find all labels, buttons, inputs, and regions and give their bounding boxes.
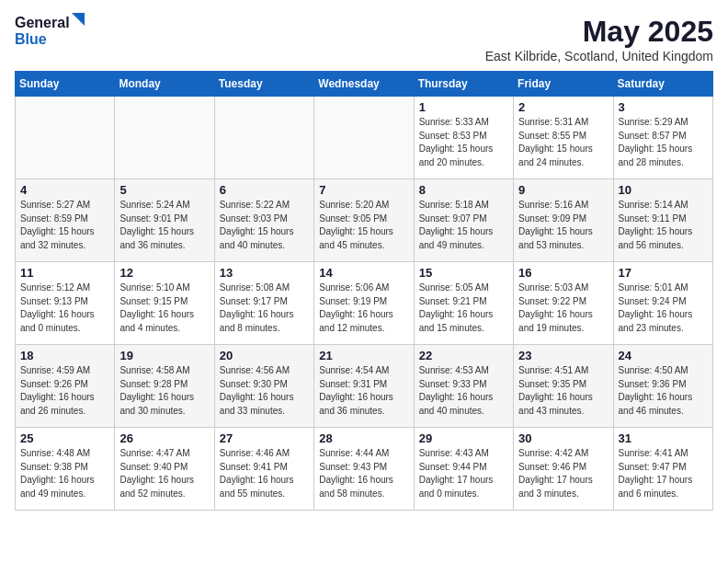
calendar-cell: 28Sunrise: 4:44 AM Sunset: 9:43 PM Dayli…	[314, 428, 414, 511]
day-number: 11	[20, 266, 109, 280]
day-info: Sunrise: 5:06 AM Sunset: 9:19 PM Dayligh…	[319, 282, 408, 335]
day-info: Sunrise: 5:31 AM Sunset: 8:55 PM Dayligh…	[518, 116, 608, 169]
day-info: Sunrise: 4:50 AM Sunset: 9:36 PM Dayligh…	[619, 364, 708, 418]
day-number: 1	[419, 100, 508, 114]
logo-triangle-icon	[72, 13, 85, 26]
day-info: Sunrise: 5:29 AM Sunset: 8:57 PM Dayligh…	[619, 116, 708, 169]
day-info: Sunrise: 5:12 AM Sunset: 9:13 PM Dayligh…	[20, 282, 109, 335]
calendar-cell: 10Sunrise: 5:14 AM Sunset: 9:11 PM Dayli…	[613, 179, 712, 262]
day-number: 17	[619, 266, 708, 280]
day-number: 20	[220, 349, 309, 362]
day-info: Sunrise: 4:54 AM Sunset: 9:31 PM Dayligh…	[319, 364, 408, 418]
day-number: 3	[619, 100, 708, 114]
day-number: 6	[220, 183, 309, 197]
day-number: 5	[119, 183, 209, 197]
calendar-cell: 26Sunrise: 4:47 AM Sunset: 9:40 PM Dayli…	[115, 428, 214, 511]
day-info: Sunrise: 5:33 AM Sunset: 8:53 PM Dayligh…	[419, 116, 508, 169]
day-info: Sunrise: 4:59 AM Sunset: 9:26 PM Dayligh…	[20, 364, 109, 418]
calendar-cell: 12Sunrise: 5:10 AM Sunset: 9:15 PM Dayli…	[115, 262, 214, 345]
day-number: 28	[319, 431, 408, 445]
day-number: 7	[319, 183, 408, 197]
calendar-cell	[314, 97, 414, 179]
column-header-monday: Monday	[115, 72, 214, 97]
day-number: 21	[319, 349, 408, 362]
day-number: 27	[220, 431, 309, 445]
day-info: Sunrise: 5:22 AM Sunset: 9:03 PM Dayligh…	[220, 199, 309, 252]
calendar-week-row: 18Sunrise: 4:59 AM Sunset: 9:26 PM Dayli…	[16, 345, 713, 428]
day-number: 23	[518, 349, 608, 362]
day-info: Sunrise: 5:16 AM Sunset: 9:09 PM Dayligh…	[518, 199, 608, 252]
calendar-cell: 21Sunrise: 4:54 AM Sunset: 9:31 PM Dayli…	[314, 345, 414, 428]
calendar-cell: 20Sunrise: 4:56 AM Sunset: 9:30 PM Dayli…	[214, 345, 313, 428]
day-info: Sunrise: 4:47 AM Sunset: 9:40 PM Dayligh…	[119, 447, 209, 500]
calendar-cell	[16, 97, 115, 179]
calendar-week-row: 1Sunrise: 5:33 AM Sunset: 8:53 PM Daylig…	[16, 97, 713, 179]
title-area: May 2025 East Kilbride, Scotland, United…	[485, 15, 713, 63]
calendar-cell: 5Sunrise: 5:24 AM Sunset: 9:01 PM Daylig…	[115, 179, 214, 262]
day-info: Sunrise: 5:03 AM Sunset: 9:22 PM Dayligh…	[518, 282, 608, 335]
column-header-tuesday: Tuesday	[214, 72, 313, 97]
day-info: Sunrise: 5:27 AM Sunset: 8:59 PM Dayligh…	[20, 199, 109, 252]
calendar-cell	[214, 97, 313, 179]
calendar-cell: 29Sunrise: 4:43 AM Sunset: 9:44 PM Dayli…	[414, 428, 513, 511]
day-number: 13	[220, 266, 309, 280]
day-number: 12	[119, 266, 209, 280]
calendar-cell: 3Sunrise: 5:29 AM Sunset: 8:57 PM Daylig…	[613, 97, 712, 179]
day-number: 10	[619, 183, 708, 197]
day-number: 4	[20, 183, 109, 197]
day-info: Sunrise: 4:44 AM Sunset: 9:43 PM Dayligh…	[319, 447, 408, 500]
calendar-header-row: SundayMondayTuesdayWednesdayThursdayFrid…	[16, 72, 713, 97]
day-info: Sunrise: 5:14 AM Sunset: 9:11 PM Dayligh…	[619, 199, 708, 252]
calendar-cell: 22Sunrise: 4:53 AM Sunset: 9:33 PM Dayli…	[414, 345, 513, 428]
day-info: Sunrise: 4:46 AM Sunset: 9:41 PM Dayligh…	[220, 447, 309, 500]
calendar-cell: 17Sunrise: 5:01 AM Sunset: 9:24 PM Dayli…	[613, 262, 712, 345]
calendar-week-row: 4Sunrise: 5:27 AM Sunset: 8:59 PM Daylig…	[16, 179, 713, 262]
day-info: Sunrise: 5:01 AM Sunset: 9:24 PM Dayligh…	[619, 282, 708, 335]
day-number: 29	[419, 431, 508, 445]
calendar-cell: 16Sunrise: 5:03 AM Sunset: 9:22 PM Dayli…	[514, 262, 613, 345]
column-header-wednesday: Wednesday	[314, 72, 414, 97]
calendar-cell: 8Sunrise: 5:18 AM Sunset: 9:07 PM Daylig…	[414, 179, 513, 262]
calendar-cell: 23Sunrise: 4:51 AM Sunset: 9:35 PM Dayli…	[514, 345, 613, 428]
calendar-cell: 24Sunrise: 4:50 AM Sunset: 9:36 PM Dayli…	[613, 345, 712, 428]
day-info: Sunrise: 4:51 AM Sunset: 9:35 PM Dayligh…	[518, 364, 608, 418]
month-title: May 2025	[485, 15, 713, 49]
day-number: 22	[419, 349, 508, 362]
day-number: 8	[419, 183, 508, 197]
calendar-cell: 1Sunrise: 5:33 AM Sunset: 8:53 PM Daylig…	[414, 97, 513, 179]
calendar-cell: 19Sunrise: 4:58 AM Sunset: 9:28 PM Dayli…	[115, 345, 214, 428]
column-header-thursday: Thursday	[414, 72, 513, 97]
calendar-body: 1Sunrise: 5:33 AM Sunset: 8:53 PM Daylig…	[16, 97, 713, 511]
calendar-cell: 18Sunrise: 4:59 AM Sunset: 9:26 PM Dayli…	[16, 345, 115, 428]
calendar-cell: 27Sunrise: 4:46 AM Sunset: 9:41 PM Dayli…	[214, 428, 313, 511]
calendar-cell: 11Sunrise: 5:12 AM Sunset: 9:13 PM Dayli…	[16, 262, 115, 345]
day-number: 2	[518, 100, 608, 114]
calendar-cell	[115, 97, 214, 179]
calendar-week-row: 11Sunrise: 5:12 AM Sunset: 9:13 PM Dayli…	[16, 262, 713, 345]
calendar-cell: 7Sunrise: 5:20 AM Sunset: 9:05 PM Daylig…	[314, 179, 414, 262]
day-info: Sunrise: 4:42 AM Sunset: 9:46 PM Dayligh…	[518, 447, 608, 500]
day-number: 19	[119, 349, 209, 362]
day-info: Sunrise: 5:08 AM Sunset: 9:17 PM Dayligh…	[220, 282, 309, 335]
day-number: 25	[20, 431, 109, 445]
day-number: 9	[518, 183, 608, 197]
day-info: Sunrise: 4:41 AM Sunset: 9:47 PM Dayligh…	[619, 447, 708, 500]
day-info: Sunrise: 5:24 AM Sunset: 9:01 PM Dayligh…	[119, 199, 209, 252]
column-header-sunday: Sunday	[16, 72, 115, 97]
calendar-cell: 13Sunrise: 5:08 AM Sunset: 9:17 PM Dayli…	[214, 262, 313, 345]
page-header: General Blue May 2025 East Kilbride, Sco…	[15, 15, 713, 63]
location: East Kilbride, Scotland, United Kingdom	[485, 49, 713, 63]
day-number: 26	[119, 431, 209, 445]
column-header-friday: Friday	[514, 72, 613, 97]
logo-blue-text: Blue	[15, 31, 85, 48]
day-info: Sunrise: 4:53 AM Sunset: 9:33 PM Dayligh…	[419, 364, 508, 418]
column-header-saturday: Saturday	[613, 72, 712, 97]
logo-container: General Blue	[15, 15, 85, 47]
day-info: Sunrise: 4:48 AM Sunset: 9:38 PM Dayligh…	[20, 447, 109, 500]
calendar-week-row: 25Sunrise: 4:48 AM Sunset: 9:38 PM Dayli…	[16, 428, 713, 511]
day-info: Sunrise: 4:56 AM Sunset: 9:30 PM Dayligh…	[220, 364, 309, 418]
day-info: Sunrise: 5:18 AM Sunset: 9:07 PM Dayligh…	[419, 199, 508, 252]
day-number: 16	[518, 266, 608, 280]
day-info: Sunrise: 5:05 AM Sunset: 9:21 PM Dayligh…	[419, 282, 508, 335]
day-number: 15	[419, 266, 508, 280]
